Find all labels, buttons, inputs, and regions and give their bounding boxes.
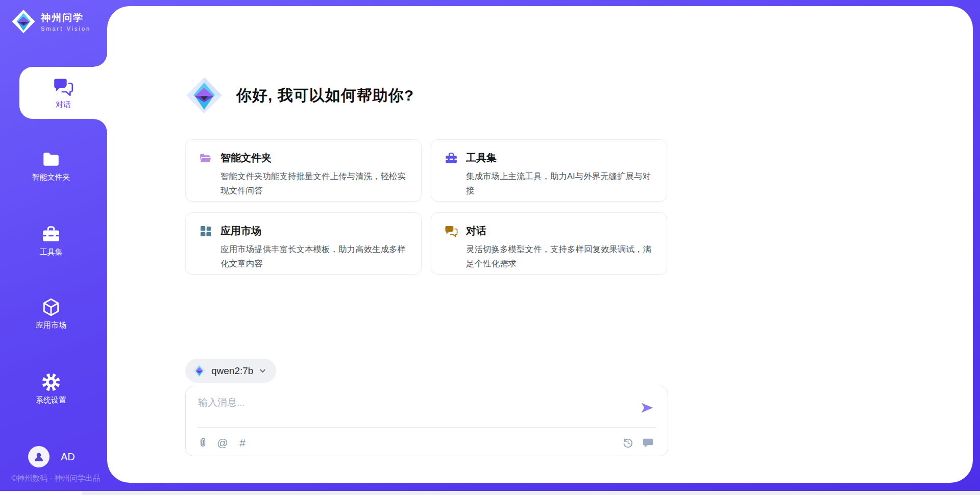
cube-icon <box>41 298 61 317</box>
mention-button[interactable]: @ <box>216 436 229 449</box>
gem-logo-icon <box>192 364 206 378</box>
user-name: AD <box>61 451 75 463</box>
grid-icon <box>199 225 212 238</box>
card-description: 灵活切换多模型文件，支持多样回复效果调试，满足个性化需求 <box>466 242 653 270</box>
tab-fillet-top <box>94 54 107 67</box>
card-title: 对话 <box>466 224 653 238</box>
folder-open-icon <box>199 152 212 165</box>
toolbox-icon <box>41 225 61 244</box>
gem-logo-icon <box>185 77 223 114</box>
composer-left-tools: @ # <box>196 436 249 449</box>
card-toolset[interactable]: 工具集 集成市场上主流工具，助力AI与外界无缝扩展与对接 <box>431 139 667 202</box>
history-icon <box>622 437 634 449</box>
copyright: ©神州数码 · 神州问学出品 <box>11 474 100 483</box>
scrollbar-thumb[interactable] <box>0 491 82 495</box>
user-profile[interactable]: AD <box>28 446 75 467</box>
gem-logo-icon <box>11 9 36 34</box>
sidebar-item-label: 智能文件夹 <box>32 172 70 182</box>
person-icon <box>32 450 45 463</box>
paperclip-icon <box>197 437 209 449</box>
app-root: 神州问学 Smart Vision 对话 智能文件夹 <box>0 0 980 495</box>
sidebar-item-smart-folder[interactable]: 智能文件夹 <box>0 150 102 182</box>
composer-divider <box>198 427 656 428</box>
topic-button[interactable]: # <box>236 436 249 449</box>
horizontal-scrollbar[interactable] <box>0 491 980 495</box>
history-button[interactable] <box>621 436 634 449</box>
avatar <box>28 446 50 467</box>
folder-icon <box>41 150 61 169</box>
card-chat[interactable]: 对话 灵活切换多模型文件，支持多样回复效果调试，满足个性化需求 <box>431 212 667 275</box>
message-icon <box>642 437 654 449</box>
sidebar-item-app-market[interactable]: 应用市场 <box>0 298 102 330</box>
sidebar-item-label: 应用市场 <box>36 320 66 330</box>
tab-fillet-bottom <box>94 119 107 132</box>
card-title: 应用市场 <box>220 224 408 238</box>
at-icon: @ <box>217 437 228 448</box>
card-description: 应用市场提供丰富长文本模板，助力高效生成多样化文章内容 <box>220 242 408 270</box>
greeting: 你好, 我可以如何帮助你? <box>185 77 414 114</box>
card-title: 智能文件夹 <box>220 151 408 165</box>
sidebar-item-label: 工具集 <box>40 247 63 257</box>
chat-icon <box>53 77 74 97</box>
attach-file-button[interactable] <box>196 436 209 449</box>
gear-icon <box>41 373 61 392</box>
sidebar-item-toolset[interactable]: 工具集 <box>0 225 102 257</box>
brand-subtitle: Smart Vision <box>41 26 91 32</box>
brand-name: 神州问学 <box>41 11 91 24</box>
sidebar-item-label: 对话 <box>56 100 71 110</box>
card-description: 集成市场上主流工具，助力AI与外界无缝扩展与对接 <box>466 169 653 197</box>
send-icon[interactable] <box>640 401 654 415</box>
sidebar-item-chat[interactable]: 对话 <box>19 67 107 119</box>
toolbox-icon <box>445 152 458 165</box>
chat-icon <box>445 225 458 238</box>
chevron-down-icon <box>258 366 267 375</box>
model-selector[interactable]: qwen2:7b <box>185 359 276 383</box>
model-name: qwen2:7b <box>211 365 253 377</box>
sidebar: 神州问学 Smart Vision 对话 智能文件夹 <box>0 0 107 495</box>
brand-logo: 神州问学 Smart Vision <box>11 9 91 34</box>
greeting-text: 你好, 我可以如何帮助你? <box>236 85 414 106</box>
message-composer: @ # <box>185 386 668 456</box>
card-title: 工具集 <box>466 151 653 165</box>
card-description: 智能文件夹功能支持批量文件上传与清洗，轻松实现文件问答 <box>220 169 408 197</box>
new-chat-button[interactable] <box>641 436 654 449</box>
composer-right-tools <box>621 436 654 449</box>
composer-toolbar: @ # <box>196 434 654 451</box>
card-app-market[interactable]: 应用市场 应用市场提供丰富长文本模板，助力高效生成多样化文章内容 <box>185 212 422 275</box>
feature-cards: 智能文件夹 智能文件夹功能支持批量文件上传与清洗，轻松实现文件问答 工具集 集成… <box>185 139 668 275</box>
hash-icon: # <box>239 437 246 448</box>
sidebar-item-label: 系统设置 <box>36 395 66 405</box>
message-input[interactable] <box>198 396 617 423</box>
sidebar-item-settings[interactable]: 系统设置 <box>0 373 102 405</box>
card-smart-folder[interactable]: 智能文件夹 智能文件夹功能支持批量文件上传与清洗，轻松实现文件问答 <box>185 139 422 202</box>
